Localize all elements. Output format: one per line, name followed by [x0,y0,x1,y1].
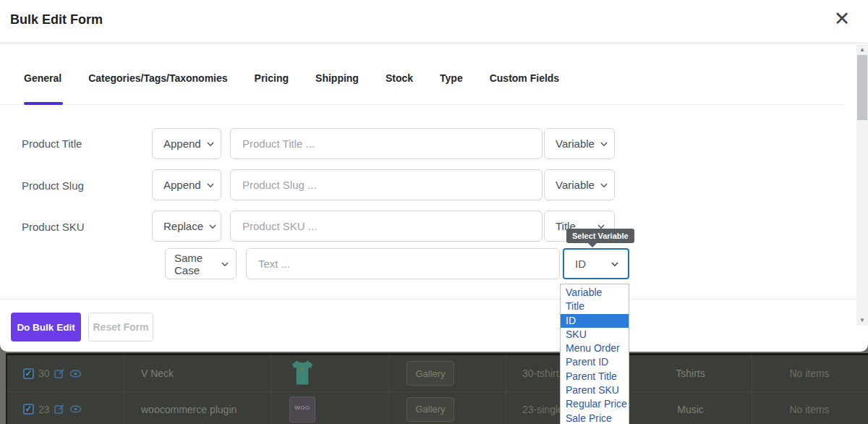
row-checkbox[interactable]: ✓ [23,368,34,379]
edit-icon[interactable] [54,368,65,379]
product-title-input[interactable] [230,128,542,159]
products-table: ✓ 30 V Neck Gallery 30-tshirt Tshirts [6,353,868,424]
product-title-mode-select[interactable]: Append [152,128,221,159]
dropdown-option-sale-price[interactable]: Sale Price [561,412,629,424]
woo-logo-thumbnail: WOO— · — [289,397,315,423]
gallery-cell: Gallery [389,355,506,391]
product-slug-variable-select[interactable]: Variable [544,169,615,200]
dimmed-page-overlay: ✓ 30 V Neck Gallery 30-tshirt Tshirts [0,352,868,424]
bulk-edit-modal: Bulk Edit Form ✕ General Categories/Tags… [0,0,868,352]
chevron-down-icon [221,260,229,268]
modal-scrollbar[interactable]: ▲ ▼ [856,45,868,326]
scrollbar-thumb[interactable] [857,55,867,120]
dropdown-option-regular-price[interactable]: Regular Price [561,397,629,411]
table-row: ✓ 30 V Neck Gallery 30-tshirt Tshirts [7,355,868,392]
scroll-down-icon[interactable]: ▼ [856,316,868,325]
product-sku-mode-select[interactable]: Replace [152,211,221,242]
product-slug-input[interactable] [230,169,542,200]
chevron-down-icon [600,182,608,189]
tab-pricing[interactable]: Pricing [255,72,289,105]
chevron-down-icon [611,260,618,268]
dropdown-option-variable[interactable]: Variable [561,286,629,300]
modal-footer: Do Bulk Edit Reset Form [0,299,868,352]
select-value: Append [163,137,201,150]
sku-variable-select[interactable]: ID [563,248,629,279]
select-variable-tooltip: Select Variable [566,229,634,243]
select-value: Append [163,179,201,191]
edit-icon[interactable] [54,404,65,415]
product-id: 23 [38,404,50,415]
product-thumbnail-cell: WOO— · — [271,392,389,424]
chevron-down-icon [207,140,214,148]
product-name: V Neck [124,355,271,391]
product-title-label: Product Title [22,137,82,150]
chevron-down-icon [209,223,216,230]
select-value: Variable [556,179,595,191]
product-category-cell: Tshirts [629,355,752,391]
tab-stock[interactable]: Stock [386,72,413,105]
row-checkbox[interactable]: ✓ [23,404,34,415]
tshirt-thumbnail [289,358,315,389]
variable-dropdown-list: Variable Title ID SKU Menu Order Parent … [560,284,629,424]
dropdown-option-parent-sku[interactable]: Parent SKU [561,383,629,397]
eye-icon[interactable] [69,404,80,415]
gallery-button[interactable]: Gallery [407,361,454,386]
select-value: Variable [556,137,595,150]
chevron-down-icon [207,182,214,189]
select-value: ID [575,258,586,270]
product-id: 30 [38,368,50,379]
sku-text-input[interactable] [246,248,560,279]
dropdown-option-parent-title[interactable]: Parent Title [561,370,629,383]
product-sku-label: Product SKU [22,221,85,233]
close-icon[interactable]: ✕ [830,7,854,30]
dropdown-option-menu-order[interactable]: Menu Order [561,342,629,355]
gallery-cell: Gallery [389,392,506,424]
product-sku-input[interactable] [230,211,542,242]
dropdown-option-title[interactable]: Title [561,300,629,313]
tab-type[interactable]: Type [440,72,463,105]
product-thumbnail-cell [271,355,389,391]
dropdown-option-id[interactable]: ID [561,314,629,328]
tab-bar: General Categories/Tags/Taxonomies Prici… [0,72,845,105]
modal-title: Bulk Edit Form [10,12,103,27]
product-name: woocommerce plugin [124,392,271,424]
modal-header: Bulk Edit Form ✕ [0,0,868,43]
tab-categories-tags-taxonomies[interactable]: Categories/Tags/Taxonomies [88,72,227,105]
dropdown-option-parent-id[interactable]: Parent ID [561,355,629,369]
row-select-cell: ✓ 30 [7,355,124,391]
product-items-cell: No items [752,355,867,391]
select-value: Same Case [174,252,219,276]
do-bulk-edit-button[interactable]: Do Bulk Edit [11,313,81,342]
dropdown-option-sku[interactable]: SKU [561,328,629,342]
eye-icon[interactable] [69,368,80,379]
gallery-button[interactable]: Gallery [407,397,454,422]
row-select-cell: ✓ 23 [7,392,124,424]
product-slug-mode-select[interactable]: Append [152,169,221,200]
product-slug-label: Product Slug [22,179,84,192]
tab-general[interactable]: General [24,72,61,105]
reset-form-button[interactable]: Reset Form [88,313,153,342]
select-value: Replace [163,220,203,232]
product-category-cell: Music [629,392,752,424]
tab-shipping[interactable]: Shipping [315,72,359,105]
table-row: ✓ 23 woocommerce plugin WOO— · — Gallery… [7,392,868,424]
same-case-select[interactable]: Same Case [165,248,237,279]
tab-custom-fields[interactable]: Custom Fields [490,72,559,105]
product-items-cell: No items [752,392,867,424]
chevron-down-icon [600,140,608,148]
scroll-up-icon[interactable]: ▲ [856,46,868,54]
product-title-variable-select[interactable]: Variable [544,128,615,159]
